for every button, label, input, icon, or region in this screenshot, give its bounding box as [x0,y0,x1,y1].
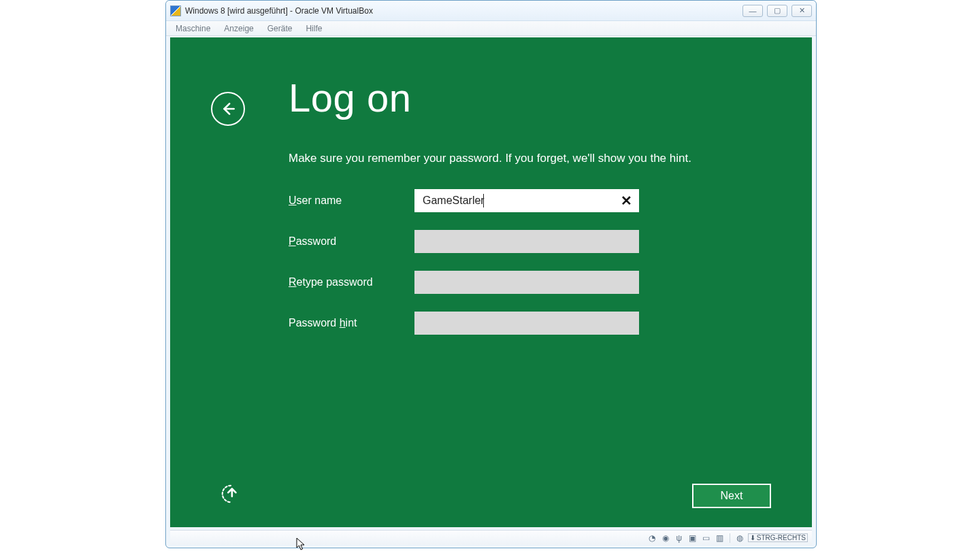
menubar: Maschine Anzeige Geräte Hilfe [166,21,816,36]
page-subtitle: Make sure you remember your password. If… [289,152,691,165]
page-title: Log on [289,75,411,120]
row-password: Password [289,221,642,262]
retype-password-input[interactable] [414,271,639,294]
label-hint: Password hint [289,317,414,329]
menu-hilfe[interactable]: Hilfe [299,22,329,35]
down-arrow-icon: ⬇ [750,534,755,541]
statusbar: ◔ ◉ ψ ▣ ▭ ▥ ◍ ⬇ STRG-RECHTS [170,530,812,545]
back-button[interactable] [211,92,245,126]
ease-of-access-button[interactable] [220,484,241,507]
ease-of-access-icon [220,484,241,504]
vm-window: Windows 8 [wird ausgeführt] - Oracle VM … [165,0,817,548]
network-icon[interactable]: ◍ [734,533,745,544]
next-button-label: Next [721,490,743,502]
close-button[interactable]: ✕ [791,5,812,17]
username-input[interactable] [414,189,639,212]
video-capture-icon[interactable]: ▥ [715,533,725,544]
menu-geraete[interactable]: Geräte [261,22,299,35]
label-username: User name [289,195,414,207]
host-key-label: STRG-RECHTS [757,534,806,541]
row-hint: Password hint [289,303,642,344]
maximize-button[interactable]: ▢ [767,5,787,17]
window-title: Windows 8 [wird ausgeführt] - Oracle VM … [185,6,738,16]
virtualbox-icon [170,5,181,16]
titlebar: Windows 8 [wird ausgeführt] - Oracle VM … [166,1,816,21]
arrow-left-icon [219,100,237,118]
display-icon[interactable]: ▭ [701,533,712,544]
usb-icon[interactable]: ψ [674,533,685,544]
password-hint-input[interactable] [414,312,639,335]
row-retype: Retype password [289,262,642,303]
menu-anzeige[interactable]: Anzeige [217,22,260,35]
password-field-wrap [414,230,639,253]
guest-screen: Log on Make sure you remember your passw… [170,37,812,527]
hint-field-wrap [414,312,639,335]
retype-field-wrap [414,271,639,294]
text-caret [483,194,484,207]
shared-folder-icon[interactable]: ▣ [687,533,698,544]
minimize-button[interactable]: — [742,5,763,17]
optical-drive-icon[interactable]: ◉ [660,533,671,544]
password-input[interactable] [414,230,639,253]
label-password: Password [289,235,414,248]
label-retype: Retype password [289,276,414,288]
username-field-wrap: ✕ [414,189,639,212]
window-controls: — ▢ ✕ [742,5,812,17]
host-key-indicator[interactable]: ⬇ STRG-RECHTS [748,533,808,542]
row-username: User name ✕ [289,180,642,221]
logon-form: User name ✕ Password Retype password [289,180,642,344]
clear-username-button[interactable]: ✕ [616,189,636,212]
hard-disk-icon[interactable]: ◔ [647,533,657,544]
statusbar-separator [730,533,730,543]
menu-maschine[interactable]: Maschine [169,22,217,35]
next-button[interactable]: Next [692,484,771,508]
